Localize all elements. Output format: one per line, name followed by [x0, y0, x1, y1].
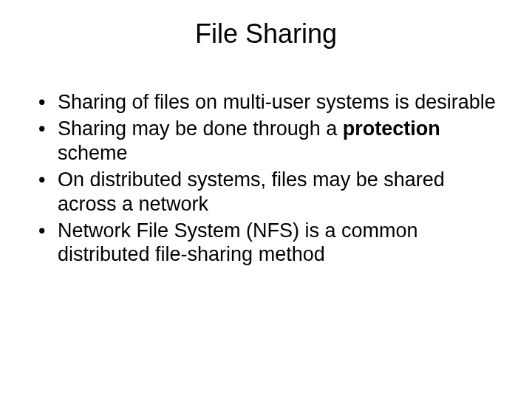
bullet-list: Sharing of files on multi-user systems i… [30, 90, 502, 267]
bullet-text-prefix: On distributed systems, files may be sha… [58, 168, 445, 214]
bullet-text-prefix: Sharing may be done through a [58, 117, 343, 140]
bullet-text-suffix: scheme [58, 142, 128, 164]
bullet-item: Sharing may be done through a protection… [37, 117, 502, 165]
bullet-item: Network File System (NFS) is a common di… [37, 219, 502, 267]
bullet-text-prefix: Network File System (NFS) is a common di… [58, 219, 418, 265]
bullet-item: On distributed systems, files may be sha… [37, 168, 502, 216]
bullet-item: Sharing of files on multi-user systems i… [37, 90, 502, 114]
bullet-text-bold: protection [343, 117, 440, 140]
slide-title: File Sharing [30, 18, 502, 50]
bullet-text-prefix: Sharing of files on multi-user systems i… [58, 91, 496, 113]
slide: File Sharing Sharing of files on multi-u… [0, 0, 532, 399]
